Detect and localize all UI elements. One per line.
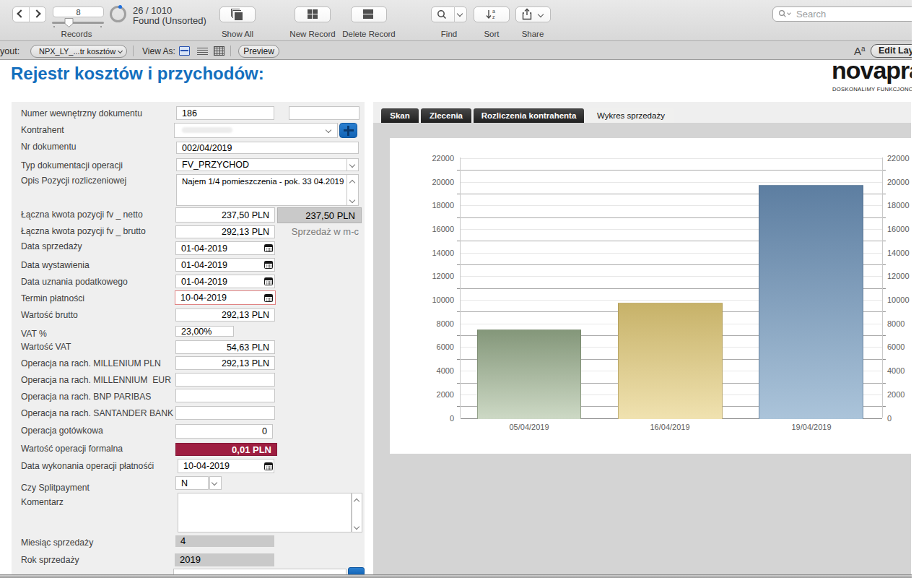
svg-text:z: z — [492, 14, 495, 20]
svg-text:a: a — [492, 9, 495, 14]
